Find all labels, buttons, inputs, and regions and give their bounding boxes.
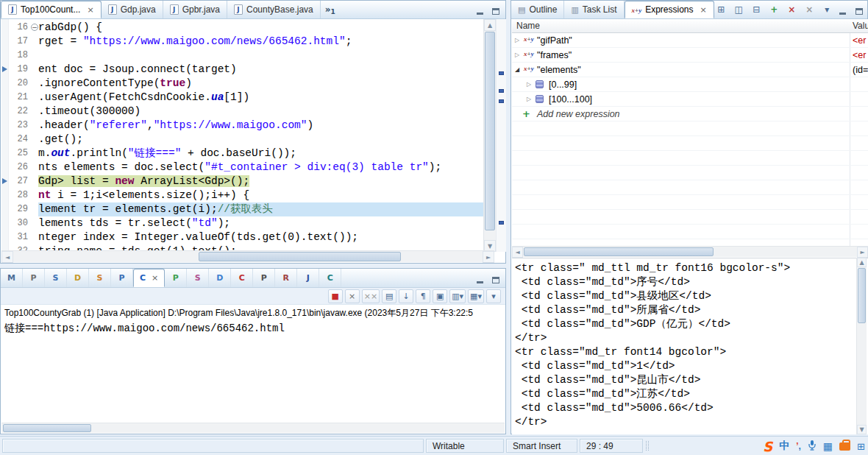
horizontal-scroll-thumb[interactable] [524, 247, 714, 256]
maximize-editor-button[interactable] [490, 4, 502, 15]
console-tab-call-hierarchy[interactable]: C [319, 269, 341, 287]
console-output[interactable]: Top100CountyGrab (1) [Java Application] … [1, 305, 505, 423]
console-tab-properties[interactable]: P [23, 269, 45, 287]
show-logical-structures-button[interactable]: ⊞ [714, 3, 728, 16]
view-tab-expressions[interactable]: x+yExpressions× [625, 1, 714, 18]
editor-tab-top100count[interactable]: JTop100Count...× [1, 1, 102, 18]
tree-collapsed-icon[interactable]: ▷ [527, 81, 531, 88]
minimize-editor-button[interactable] [474, 4, 485, 15]
ime-language-toggle[interactable]: 中 [779, 440, 789, 453]
maximize-expressions-button[interactable] [853, 4, 865, 15]
horizontal-scroll-thumb[interactable] [3, 424, 91, 432]
remove-expression-button[interactable]: × [785, 3, 799, 16]
editor-marker-bar[interactable] [1, 19, 9, 252]
expression-row[interactable]: ▷[100...100] [512, 92, 868, 107]
add-expression-icon[interactable]: + [522, 108, 530, 119]
code-folding-column[interactable]: − [31, 19, 38, 252]
keyboard-icon[interactable]: ▦ [823, 440, 833, 452]
annotation-mark[interactable] [499, 89, 504, 93]
console-tab-progress[interactable]: P [165, 269, 187, 287]
code-editor[interactable]: 1617181920212223242526272829303132 − rab… [1, 19, 506, 252]
annotation-mark[interactable] [499, 221, 504, 225]
scroll-left-arrow[interactable]: ◄ [1, 251, 13, 263]
microphone-icon[interactable] [808, 440, 817, 453]
scroll-down-arrow[interactable]: ▼ [857, 425, 867, 434]
remove-all-expressions-button[interactable]: × [803, 3, 817, 16]
expression-row[interactable]: ▷[0...99] [512, 77, 868, 92]
tree-collapsed-icon[interactable]: ▷ [527, 96, 531, 102]
console-tab-console[interactable]: C× [133, 269, 165, 287]
sogou-logo-icon[interactable]: S [763, 439, 772, 454]
expressions-horizontal-scrollbar[interactable]: ◄ ► [512, 246, 868, 257]
horizontal-scroll-thumb[interactable] [199, 252, 401, 261]
view-tab-outline[interactable]: ▤Outline [511, 1, 564, 18]
collapse-all-button[interactable]: ⊟ [750, 3, 764, 16]
console-tab-coverage[interactable]: C [231, 269, 253, 287]
editor-tab-countybase-java[interactable]: JCountyBase.java [227, 1, 321, 18]
scroll-up-arrow[interactable]: ▲ [484, 19, 496, 31]
code-text-area[interactable]: rabGdp() {rget = "https://www.maigoo.com… [38, 19, 483, 252]
minimize-console-button[interactable] [474, 273, 485, 283]
column-header-value[interactable]: Value [853, 21, 868, 31]
close-tab-icon[interactable]: × [152, 273, 158, 283]
remove-all-launches-button[interactable]: ×× [362, 289, 380, 303]
expression-row[interactable]: ▷x+y"frames"<er [512, 48, 868, 63]
fold-collapse-icon[interactable]: − [31, 24, 38, 31]
remove-launch-button[interactable]: × [345, 289, 360, 303]
console-tab-registers[interactable]: R [275, 269, 297, 287]
scroll-left-arrow[interactable]: ◄ [512, 247, 523, 258]
toolbox-icon[interactable] [839, 442, 850, 451]
add-expression-button[interactable]: + [767, 3, 781, 16]
tree-collapsed-icon[interactable]: ▷ [515, 37, 519, 43]
console-tab-snippets[interactable]: S [89, 269, 111, 287]
maximize-console-button[interactable] [490, 273, 502, 283]
clear-console-button[interactable]: ▤ [382, 289, 396, 303]
expressions-table[interactable]: Name Value ▷x+y"gifPath"<er▷x+y"frames"<… [512, 19, 868, 246]
apps-grid-icon[interactable]: ⊞ [857, 441, 865, 452]
editor-horizontal-scrollbar[interactable]: ◄ ► [1, 250, 494, 262]
tab-overflow-indicator[interactable]: »1 [321, 1, 340, 18]
scroll-right-arrow[interactable]: ► [483, 251, 494, 263]
annotation-mark[interactable] [499, 99, 504, 103]
vertical-scroll-thumb[interactable] [858, 268, 866, 323]
console-tab-data-source-explorer[interactable]: D [67, 269, 89, 287]
ime-punctuation-toggle[interactable]: ’, [796, 441, 801, 451]
terminate-button[interactable]: ■ [328, 289, 343, 303]
pin-console-button[interactable]: ▣ [433, 289, 447, 303]
expression-row[interactable]: +Add new expression [512, 107, 868, 121]
editor-vertical-scrollbar[interactable]: ▲ ▼ [483, 19, 496, 252]
minimize-expressions-button[interactable] [837, 4, 849, 15]
vertical-scroll-thumb[interactable] [485, 32, 495, 230]
overview-ruler[interactable] [496, 19, 506, 252]
scroll-up-arrow[interactable]: ▲ [857, 258, 867, 267]
display-selected-console-button[interactable]: ▥▾ [449, 289, 466, 303]
view-menu-button[interactable]: ▾ [820, 3, 834, 16]
detail-vertical-scrollbar[interactable]: ▲ ▼ [856, 258, 867, 434]
expression-row[interactable]: ◢x+y"elements"(id= [512, 63, 868, 77]
expression-detail-pane[interactable]: <tr class=" md_ttl md_tr font16 bgcolor-… [512, 258, 868, 434]
open-console-button[interactable]: ▦▾ [468, 289, 484, 303]
editor-tab-gdp-java[interactable]: JGdp.java [102, 1, 163, 18]
expression-row[interactable]: ▷x+y"gifPath"<er [512, 33, 868, 48]
console-tab-problems[interactable]: P [111, 269, 133, 287]
column-header-name[interactable]: Name [516, 21, 540, 31]
console-tab-markers[interactable]: M [1, 269, 23, 287]
close-tab-icon[interactable]: × [87, 5, 93, 15]
console-tab-package-explorer[interactable]: P [253, 269, 275, 287]
line-number-gutter[interactable]: 1617181920212223242526272829303132 [9, 19, 29, 252]
view-tab-task-list[interactable]: ▥Task List [564, 1, 624, 18]
close-tab-icon[interactable]: × [700, 5, 707, 15]
view-menu-button[interactable]: ▾ [486, 289, 501, 303]
console-tab-debug[interactable]: D [209, 269, 231, 287]
console-tab-junit[interactable]: J [297, 269, 319, 287]
console-tab-search[interactable]: S [187, 269, 209, 287]
tree-expanded-icon[interactable]: ◢ [515, 66, 519, 73]
word-wrap-button[interactable]: ¶ [416, 289, 430, 303]
editor-tab-gpbr-java[interactable]: JGpbr.java [163, 1, 227, 18]
scroll-lock-button[interactable]: ↓ [399, 289, 413, 303]
annotation-mark[interactable] [499, 71, 504, 75]
tree-collapsed-icon[interactable]: ▷ [515, 52, 519, 58]
console-horizontal-scrollbar[interactable] [1, 423, 505, 433]
console-tab-servers[interactable]: S [45, 269, 67, 287]
scroll-right-arrow[interactable]: ► [857, 247, 868, 258]
